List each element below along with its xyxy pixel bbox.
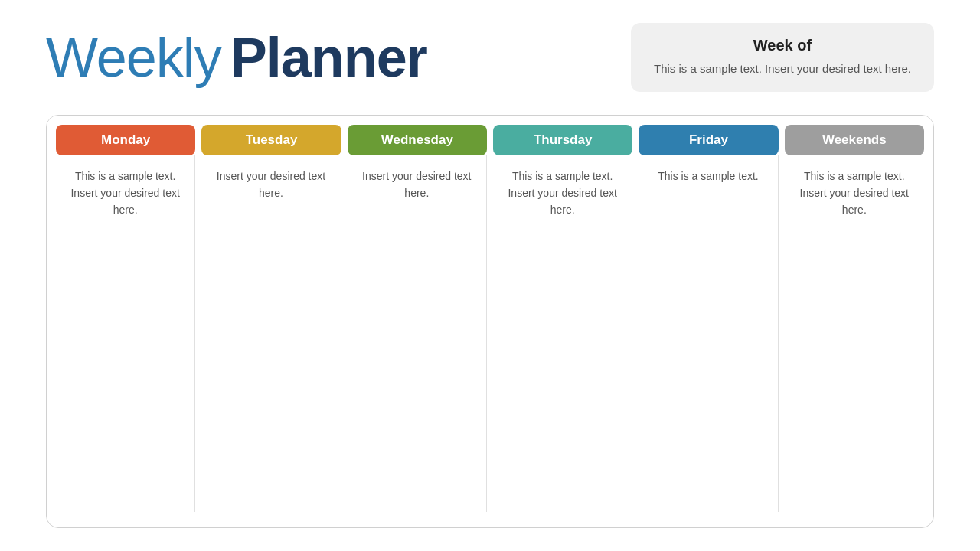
day-content-thursday[interactable]: This is a sample text. Insert your desir… (493, 155, 632, 513)
week-of-box: Week of This is a sample text. Insert yo… (631, 23, 934, 92)
planner-body: Monday Tuesday Wednesday Thursday Friday… (47, 116, 933, 528)
day-header-wednesday: Wednesday (348, 125, 487, 155)
week-of-text: This is a sample text. Insert your desir… (654, 60, 911, 78)
day-header-weekends: Weekends (785, 125, 924, 155)
page-container: Weekly Planner Week of This is a sample … (0, 0, 980, 551)
day-content-tuesday[interactable]: Insert your desired text here. (201, 155, 341, 513)
week-of-label: Week of (654, 37, 911, 54)
title-area: Weekly Planner (46, 26, 427, 89)
day-header-friday: Friday (639, 125, 778, 155)
day-header-monday: Monday (56, 125, 195, 155)
day-header-thursday: Thursday (493, 125, 632, 155)
day-content-row: This is a sample text. Insert your desir… (47, 155, 933, 522)
day-content-monday[interactable]: This is a sample text. Insert your desir… (56, 155, 195, 513)
planner-grid: Monday Tuesday Wednesday Thursday Friday… (46, 115, 934, 529)
day-content-friday[interactable]: This is a sample text. (639, 155, 778, 513)
day-headers: Monday Tuesday Wednesday Thursday Friday… (47, 116, 933, 155)
title-weekly: Weekly (46, 26, 221, 89)
day-header-tuesday: Tuesday (201, 125, 341, 155)
title-planner: Planner (230, 26, 427, 89)
header-row: Weekly Planner Week of This is a sample … (46, 23, 934, 92)
day-content-weekends[interactable]: This is a sample text. Insert your desir… (785, 155, 924, 513)
day-content-wednesday[interactable]: Insert your desired text here. (348, 155, 487, 513)
